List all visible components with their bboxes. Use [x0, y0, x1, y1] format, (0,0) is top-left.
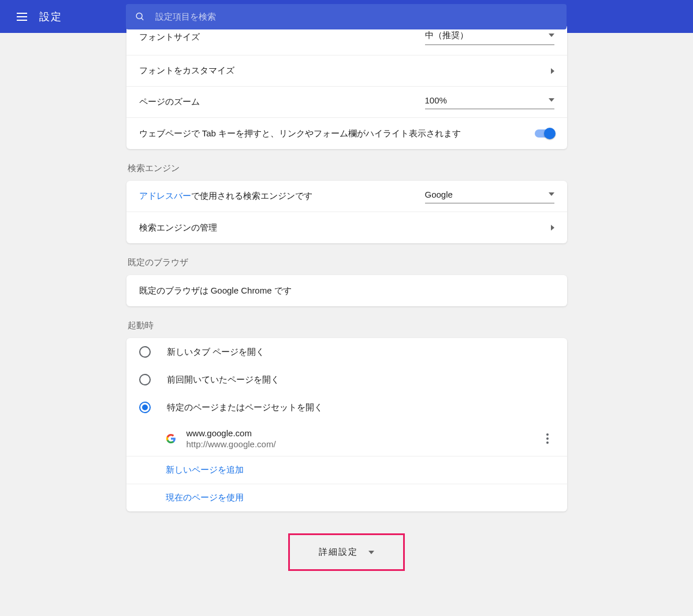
startup-page-entry: www.google.com http://www.google.com/	[126, 421, 567, 457]
startup-option-specific[interactable]: 特定のページまたはページセットを開く	[126, 394, 567, 421]
address-bar-engine-row[interactable]: アドレスバーで使用される検索エンジンです Google	[126, 181, 567, 212]
caret-down-icon	[549, 34, 554, 37]
address-bar-link[interactable]: アドレスバー	[139, 191, 191, 201]
add-page-row[interactable]: 新しいページを追加	[126, 457, 567, 484]
google-favicon-icon	[166, 433, 176, 444]
svg-line-1	[141, 18, 144, 20]
caret-down-icon	[549, 192, 554, 196]
caret-down-icon	[368, 551, 374, 554]
search-icon	[135, 12, 145, 22]
radio-icon[interactable]	[139, 346, 151, 358]
default-browser-card: 既定のブラウザは Google Chrome です	[126, 275, 567, 306]
startup-card: 新しいタブ ページを開く 前回開いていたページを開く 特定のページまたはページセ…	[126, 338, 567, 511]
tab-highlight-row: ウェブページで Tab キーを押すと、リンクやフォーム欄がハイライト表示されます	[126, 118, 567, 149]
search-engine-select[interactable]: Google	[425, 190, 554, 203]
app-title: 設定	[39, 10, 62, 24]
app-header: 設定	[0, 0, 693, 33]
radio-icon-checked[interactable]	[139, 402, 151, 413]
search-engine-section-title: 検索エンジン	[128, 163, 567, 174]
manage-engines-row[interactable]: 検索エンジンの管理	[126, 212, 567, 243]
page-zoom-row[interactable]: ページのズーム 100%	[126, 87, 567, 118]
startup-section-title: 起動時	[128, 320, 567, 331]
svg-point-0	[136, 13, 142, 18]
font-size-label: フォントサイズ	[139, 32, 425, 43]
startup-option-newtab[interactable]: 新しいタブ ページを開く	[126, 338, 567, 366]
startup-page-title: www.google.com	[187, 428, 541, 438]
caret-down-icon	[549, 98, 554, 102]
default-browser-section-title: 既定のブラウザ	[128, 257, 567, 268]
radio-icon[interactable]	[139, 374, 151, 385]
startup-option-continue[interactable]: 前回開いていたページを開く	[126, 366, 567, 394]
more-vert-icon[interactable]	[541, 432, 554, 446]
search-engine-card: アドレスバーで使用される検索エンジンです Google 検索エンジンの管理	[126, 181, 567, 243]
arrow-right-icon	[551, 68, 554, 74]
customize-fonts-row[interactable]: フォントをカスタマイズ	[126, 55, 567, 87]
startup-page-url: http://www.google.com/	[187, 439, 541, 449]
default-browser-status: 既定のブラウザは Google Chrome です	[126, 275, 567, 306]
advanced-settings-button[interactable]: 詳細設定	[288, 533, 405, 571]
settings-content: フォントサイズ 中（推奨） フォントをカスタマイズ ページのズーム 100% ウ…	[126, 24, 567, 571]
font-size-select[interactable]: 中（推奨）	[425, 30, 554, 45]
arrow-right-icon	[551, 225, 554, 231]
appearance-card: フォントサイズ 中（推奨） フォントをカスタマイズ ページのズーム 100% ウ…	[126, 24, 567, 149]
search-box[interactable]	[126, 4, 567, 29]
page-zoom-select[interactable]: 100%	[425, 95, 554, 109]
use-current-row[interactable]: 現在のページを使用	[126, 484, 567, 511]
tab-highlight-toggle[interactable]	[535, 129, 554, 138]
menu-icon[interactable]	[14, 9, 30, 25]
search-input[interactable]	[155, 12, 557, 21]
